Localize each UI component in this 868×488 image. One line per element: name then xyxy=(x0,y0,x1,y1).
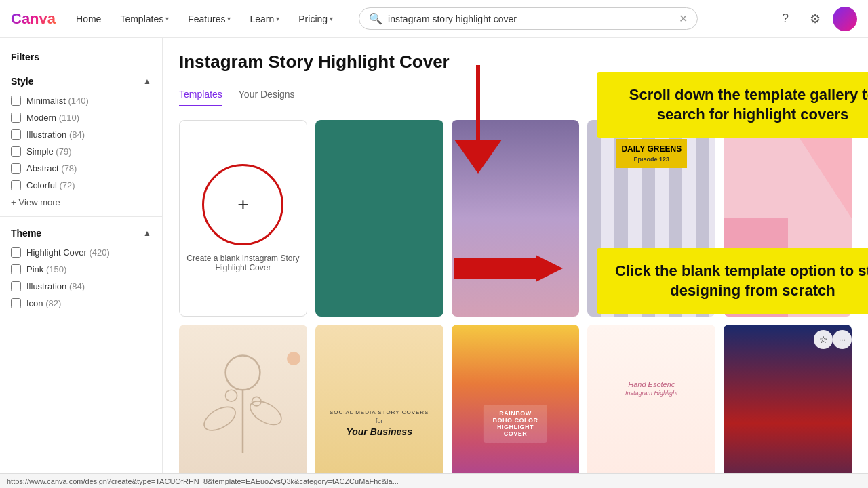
star-button[interactable]: ☆ xyxy=(814,330,833,349)
filter-illustration-theme-checkbox[interactable] xyxy=(11,281,21,291)
help-button[interactable]: ? xyxy=(773,7,797,31)
style-section-title: Style xyxy=(11,76,33,87)
filter-icon-label: Icon (82) xyxy=(26,298,151,308)
filter-abstract[interactable]: Abstract (78) xyxy=(0,160,162,177)
rainbow-text: RAINBOW BOHO COLOR HIGHLIGHT COVER xyxy=(484,405,547,443)
svg-point-4 xyxy=(226,390,237,402)
filter-colorful-label: Colorful (72) xyxy=(26,180,151,190)
nav-templates[interactable]: Templates ▾ xyxy=(113,9,176,28)
tab-your-designs[interactable]: Your Designs xyxy=(239,83,295,106)
filter-illustration-theme[interactable]: Illustration (84) xyxy=(0,278,162,295)
status-bar: https://www.canva.com/design?create&type… xyxy=(0,473,868,488)
filter-pink-label: Pink (150) xyxy=(26,264,151,274)
template-card-blue-gradient[interactable]: ☆ ··· xyxy=(724,325,852,488)
theme-section-header[interactable]: Theme ▲ xyxy=(0,222,162,244)
filter-icon-checkbox[interactable] xyxy=(11,298,21,308)
nav-home-label: Home xyxy=(76,14,101,24)
blank-card-circle: + xyxy=(202,164,283,245)
filter-colorful[interactable]: Colorful (72) xyxy=(0,177,162,194)
status-url: https://www.canva.com/design?create&type… xyxy=(7,477,399,485)
pink-card-dark-circle: New arrivals xyxy=(791,249,845,303)
filter-illustration[interactable]: Illustration (84) xyxy=(0,126,162,143)
canva-logo[interactable]: Canva xyxy=(11,10,56,28)
view-more-label: View more xyxy=(19,197,60,207)
template-card-beige[interactable] xyxy=(179,325,307,488)
nav-features-label: Features xyxy=(188,14,225,24)
theme-section-chevron: ▲ xyxy=(143,228,151,238)
clear-search-button[interactable]: ✕ xyxy=(679,12,688,25)
nav-home[interactable]: Home xyxy=(69,9,108,28)
filter-highlight-cover-checkbox[interactable] xyxy=(11,247,21,258)
search-bar: 🔍 ✕ xyxy=(359,7,698,30)
settings-icon: ⚙ xyxy=(810,12,821,26)
content-area: Instagram Story Highlight Cover Template… xyxy=(163,38,868,488)
blank-card-label: Create a blank Instagram Story Highlight… xyxy=(180,253,307,272)
template-grid-row1: + Create a blank Instagram Story Highlig… xyxy=(179,120,852,317)
plus-icon: + xyxy=(237,194,248,216)
template-card-hand[interactable]: Hand Esoteric Instagram Highlight xyxy=(587,325,715,488)
search-icon: 🔍 xyxy=(369,12,382,25)
template-card-stripes[interactable]: DAILY GREENS Episode 123 xyxy=(587,120,715,317)
filter-simple-checkbox[interactable] xyxy=(11,146,21,157)
page-title: Instagram Story Highlight Cover xyxy=(179,52,852,73)
header: Canva Home Templates ▾ Features ▾ Learn … xyxy=(0,0,868,38)
filters-heading: Filters xyxy=(0,49,162,70)
filter-pink-checkbox[interactable] xyxy=(11,264,21,274)
nav-features[interactable]: Features ▾ xyxy=(181,9,237,28)
template-card-your-biz[interactable]: SOCIAL MEDIA STORY COVERS for Your Busin… xyxy=(315,325,443,488)
sidebar: Filters Style ▲ Minimalist (140) Modern … xyxy=(0,38,163,488)
filter-highlight-cover[interactable]: Highlight Cover (420) xyxy=(0,244,162,261)
template-grid-row2: SOCIAL MEDIA STORY COVERS for Your Busin… xyxy=(179,325,852,488)
settings-button[interactable]: ⚙ xyxy=(803,7,827,31)
nav-learn-label: Learn xyxy=(250,14,274,24)
filter-modern-checkbox[interactable] xyxy=(11,113,21,123)
filter-illustration-theme-label: Illustration (84) xyxy=(26,281,151,291)
filter-illustration-label: Illustration (84) xyxy=(26,129,151,140)
nav-pricing-label: Pricing xyxy=(298,14,328,24)
main-layout: Filters Style ▲ Minimalist (140) Modern … xyxy=(0,38,868,488)
sidebar-divider xyxy=(0,216,162,217)
style-section-header[interactable]: Style ▲ xyxy=(0,70,162,92)
hand-esoteric-text: Hand Esoteric Instagram Highlight xyxy=(625,379,678,397)
filter-pink[interactable]: Pink (150) xyxy=(0,261,162,278)
help-icon: ? xyxy=(782,12,789,26)
filter-modern[interactable]: Modern (110) xyxy=(0,109,162,126)
filter-simple-label: Simple (79) xyxy=(26,146,151,157)
nav-learn-chevron: ▾ xyxy=(276,15,279,22)
filter-minimalist[interactable]: Minimalist (140) xyxy=(0,92,162,109)
nav-templates-label: Templates xyxy=(120,14,163,24)
search-input[interactable] xyxy=(388,14,673,24)
tab-templates[interactable]: Templates xyxy=(179,83,222,106)
filter-modern-label: Modern (110) xyxy=(26,113,151,123)
filter-minimalist-checkbox[interactable] xyxy=(11,96,21,106)
header-right: ? ⚙ xyxy=(773,7,857,31)
template-card-pink-geo[interactable]: New arrivals xyxy=(724,120,852,317)
new-arrivals-text: New arrivals xyxy=(799,270,836,282)
filter-illustration-checkbox[interactable] xyxy=(11,129,21,140)
view-more-plus-icon: + xyxy=(11,197,16,207)
tabs-bar: Templates Your Designs xyxy=(179,83,852,106)
nav-templates-chevron: ▾ xyxy=(165,15,169,22)
filter-abstract-label: Abstract (78) xyxy=(26,163,151,174)
style-section-chevron: ▲ xyxy=(143,77,151,86)
nav-pricing[interactable]: Pricing ▾ xyxy=(292,9,340,28)
template-card-purple-sky[interactable] xyxy=(452,120,580,317)
filter-colorful-checkbox[interactable] xyxy=(11,180,21,190)
stripes-yellow-box: DAILY GREENS Episode 123 xyxy=(616,139,687,168)
template-card-teal[interactable] xyxy=(315,120,443,317)
filter-minimalist-label: Minimalist (140) xyxy=(26,96,151,106)
nav-learn[interactable]: Learn ▾ xyxy=(243,9,286,28)
blank-template-card[interactable]: + Create a blank Instagram Story Highlig… xyxy=(179,120,307,317)
filter-highlight-cover-label: Highlight Cover (420) xyxy=(26,247,151,258)
more-options-button[interactable]: ··· xyxy=(833,330,852,349)
template-card-rainbow[interactable]: RAINBOW BOHO COLOR HIGHLIGHT COVER xyxy=(452,325,580,488)
filter-icon[interactable]: Icon (82) xyxy=(0,295,162,312)
view-more-style[interactable]: + View more xyxy=(0,194,162,211)
avatar[interactable] xyxy=(833,7,857,31)
filter-abstract-checkbox[interactable] xyxy=(11,163,21,174)
theme-section-title: Theme xyxy=(11,228,41,239)
stripes-episode: Episode 123 xyxy=(621,156,682,163)
filter-simple[interactable]: Simple (79) xyxy=(0,143,162,160)
svg-point-0 xyxy=(226,356,260,390)
your-biz-text: SOCIAL MEDIA STORY COVERS for Your Busin… xyxy=(324,404,435,443)
